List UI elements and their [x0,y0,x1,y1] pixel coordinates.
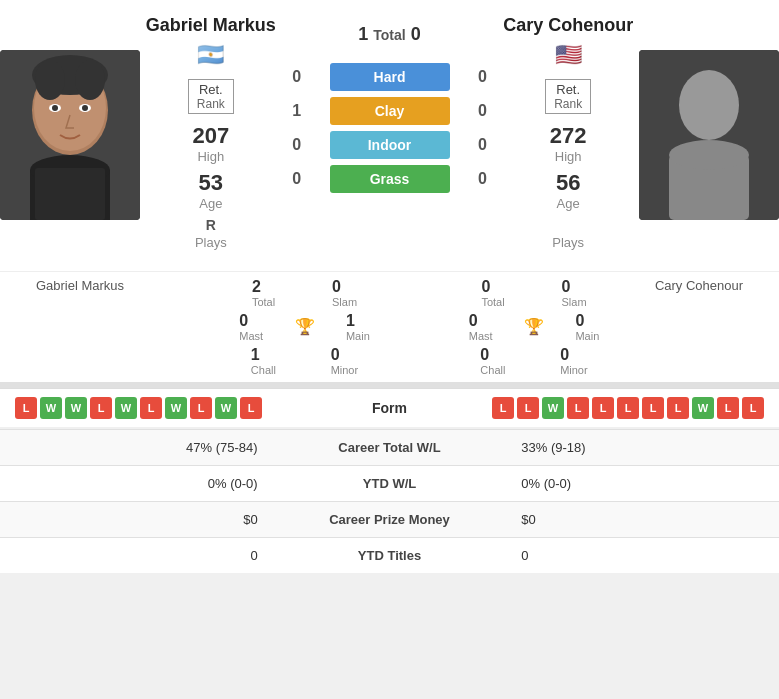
form-badge-w: W [40,397,62,419]
form-badge-l: L [15,397,37,419]
stat-row-label: Career Prize Money [273,501,507,537]
right-player-stats: Cary Cohenour 🇺🇸 Ret. Rank 272 High 56 A… [497,10,639,261]
left-main-num: 1 [346,312,370,330]
total-label: Total [373,27,405,43]
clay-surface-row: 1 Clay 0 [287,97,493,125]
stat-left-value: $0 [0,501,273,537]
form-badge-l: L [517,397,539,419]
left-rank-label: Ret. [197,82,225,97]
stat-row-label: YTD W/L [273,465,507,501]
left-minor-cell: 0 Minor [331,344,359,378]
left-trophy-icon: 🏆 [295,317,315,336]
left-slam-cell: 0 Slam [332,276,357,310]
form-badge-l: L [567,397,589,419]
left-player-flag: 🇦🇷 [145,42,277,68]
left-mast-lbl: Mast [239,330,263,342]
hard-score-right: 0 [472,68,492,86]
right-player-silhouette [639,50,779,220]
right-main-lbl: Main [575,330,599,342]
right-name-bottom: Cary Cohenour [619,272,779,382]
right-minor-cell: 0 Minor [560,344,588,378]
left-main-cell: 1 Main [346,310,370,344]
right-age-value: 56 [502,170,634,196]
form-badge-w: W [542,397,564,419]
indoor-score-left: 0 [287,136,307,154]
left-chall-lbl: Chall [251,364,276,376]
stat-right-value: 0% (0-0) [506,465,779,501]
right-mast-cell: 0 Mast [469,310,493,344]
right-high-value: 272 [502,123,634,149]
grass-surface-btn[interactable]: Grass [330,165,450,193]
left-plays-value: R [145,217,277,235]
left-mast-cell: 0 Mast [239,310,263,344]
left-form-badges: LWWLWLWLWL [15,397,320,419]
stat-left-value: 0 [0,537,273,573]
left-rank-sub: Rank [197,97,225,111]
left-slam-lbl: Slam [332,296,357,308]
table-row: 0% (0-0)YTD W/L0% (0-0) [0,465,779,501]
right-chall-lbl: Chall [480,364,505,376]
right-age-section: 56 Age [502,170,634,211]
left-minor-num: 0 [331,346,359,364]
left-total-num: 2 [252,278,275,296]
main-container: Gabriel Markus 🇦🇷 Ret. Rank 207 High 53 … [0,0,779,573]
form-badge-l: L [190,397,212,419]
clay-surface-btn[interactable]: Clay [330,97,450,125]
left-chall-cell: 1 Chall [251,344,276,378]
right-stats-row2: 0 Mast 🏆 0 Main [453,310,615,344]
right-rank-sub: Rank [554,97,582,111]
left-high-value: 207 [145,123,277,149]
right-total-num: 0 [481,278,504,296]
right-main-num: 0 [575,312,599,330]
indoor-surface-btn[interactable]: Indoor [330,131,450,159]
stat-right-value: 33% (9-18) [506,429,779,465]
left-mast-num: 0 [239,312,263,330]
right-slam-num: 0 [562,278,587,296]
form-badge-l: L [742,397,764,419]
right-stats-row3: 0 Chall 0 Minor [453,344,615,378]
form-badge-l: L [492,397,514,419]
left-rank-box: Ret. Rank [188,79,234,114]
total-row: 1 Total 0 [353,24,425,45]
hard-surface-btn[interactable]: Hard [330,63,450,91]
left-stats-row2: 0 Mast 🏆 1 Main [224,310,386,344]
right-minor-lbl: Minor [560,364,588,376]
player-name-row: Gabriel Markus 2 Total 0 Slam 0 Mast [0,271,779,382]
stat-left-value: 47% (75-84) [0,429,273,465]
right-mini-stats: 0 Total 0 Slam 0 Mast 🏆 0 Main [449,272,619,382]
left-high-section: 207 High [145,123,277,164]
svg-point-16 [669,140,749,170]
form-badge-l: L [667,397,689,419]
right-player-name: Cary Cohenour [502,15,634,37]
left-total-lbl: Total [252,296,275,308]
total-score-left: 1 [353,24,373,45]
table-row: 0YTD Titles0 [0,537,779,573]
grass-score-right: 0 [472,170,492,188]
grass-score-left: 0 [287,170,307,188]
left-stats-row3: 1 Chall 0 Minor [224,344,386,378]
left-age-label: Age [145,196,277,211]
right-trophy-icon: 🏆 [524,317,544,336]
right-player-flag: 🇺🇸 [502,42,634,68]
stat-right-value: $0 [506,501,779,537]
left-main-lbl: Main [346,330,370,342]
svg-point-9 [82,105,88,111]
right-main-cell: 0 Main [575,310,599,344]
form-badge-w: W [65,397,87,419]
left-high-label: High [145,149,277,164]
right-age-label: Age [502,196,634,211]
form-badge-l: L [140,397,162,419]
player-comparison-section: Gabriel Markus 🇦🇷 Ret. Rank 207 High 53 … [0,0,779,271]
right-slam-cell: 0 Slam [562,276,587,310]
bottom-stats-section: 47% (75-84)Career Total W/L33% (9-18)0% … [0,429,779,573]
stat-row-label: Career Total W/L [273,429,507,465]
left-slam-num: 0 [332,278,357,296]
form-badge-l: L [617,397,639,419]
left-minor-lbl: Minor [331,364,359,376]
stat-row-label: YTD Titles [273,537,507,573]
stats-table: 47% (75-84)Career Total W/L33% (9-18)0% … [0,429,779,573]
left-plays-label: Plays [145,235,277,250]
hard-surface-row: 0 Hard 0 [287,63,493,91]
left-name-bottom: Gabriel Markus [0,272,160,382]
right-stats-row1: 0 Total 0 Slam [453,276,615,310]
